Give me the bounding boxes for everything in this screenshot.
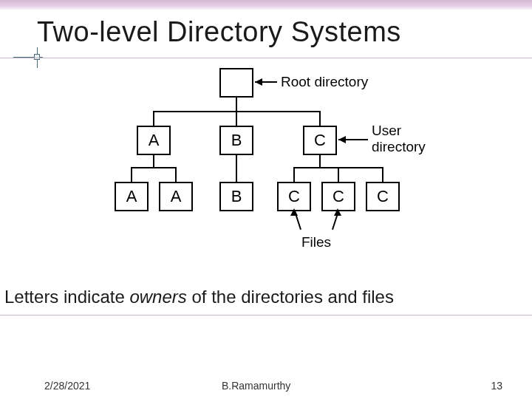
files-arrow-right-head: [334, 208, 341, 216]
file-c3-label: C: [377, 187, 389, 206]
footer-page-number: 13: [491, 380, 502, 392]
conn-a-sub-h: [131, 167, 177, 168]
file-c2-label: C: [332, 187, 344, 206]
conn-c-down: [319, 111, 321, 126]
root-arrow-head: [255, 78, 262, 86]
directory-tree-diagram: Root directory A B C User directory A A …: [0, 52, 532, 273]
root-directory-label: Root directory: [281, 74, 368, 90]
caption-underline: [0, 315, 532, 316]
conn-b-sub-down: [236, 155, 237, 182]
userdir-arrow-head: [338, 136, 346, 143]
user-dir-c: C: [303, 126, 337, 155]
user-dir-c-label: C: [314, 131, 326, 150]
caption-prefix: Letters indicate: [4, 287, 129, 307]
files-arrow-left-head: [290, 208, 298, 216]
conn-c-file3-down: [382, 167, 383, 182]
file-c2: C: [321, 182, 355, 211]
file-c3: C: [366, 182, 400, 211]
user-directory-label-l1: User: [372, 123, 401, 138]
user-directory-label: User directory: [372, 123, 426, 155]
slide-top-gradient: [0, 0, 532, 10]
conn-root-down: [236, 98, 237, 111]
conn-a-down: [153, 111, 154, 126]
caption-suffix: of the directories and files: [187, 287, 394, 307]
file-b1: B: [219, 182, 253, 211]
file-a2-label: A: [171, 187, 182, 206]
footer-author: B.Ramamurthy: [222, 380, 290, 392]
user-dir-a-label: A: [149, 131, 160, 150]
file-c1-label: C: [288, 187, 300, 206]
conn-a-file1-down: [131, 167, 132, 182]
footer-date: 2/28/2021: [44, 380, 90, 392]
user-directory-label-l2: directory: [372, 139, 426, 154]
files-label: Files: [301, 234, 331, 250]
file-a1-label: A: [126, 187, 137, 206]
conn-c-file1-down: [293, 167, 295, 182]
caption-em: owners: [129, 287, 186, 307]
conn-b-down: [236, 111, 237, 126]
file-b1-label: B: [231, 187, 242, 206]
conn-a-file2-down: [175, 167, 177, 182]
slide-caption: Letters indicate owners of the directori…: [4, 287, 394, 307]
file-c1: C: [277, 182, 311, 211]
conn-a-sub-down: [153, 155, 154, 167]
root-directory-box: [219, 68, 253, 98]
slide-title: Two-level Directory Systems: [37, 16, 401, 48]
file-a2: A: [159, 182, 193, 211]
file-a1: A: [115, 182, 149, 211]
user-dir-a: A: [137, 126, 171, 155]
conn-c-file2-down: [338, 167, 339, 182]
conn-c-sub-down: [319, 155, 321, 167]
user-dir-b: B: [219, 126, 253, 155]
user-dir-b-label: B: [231, 131, 242, 150]
